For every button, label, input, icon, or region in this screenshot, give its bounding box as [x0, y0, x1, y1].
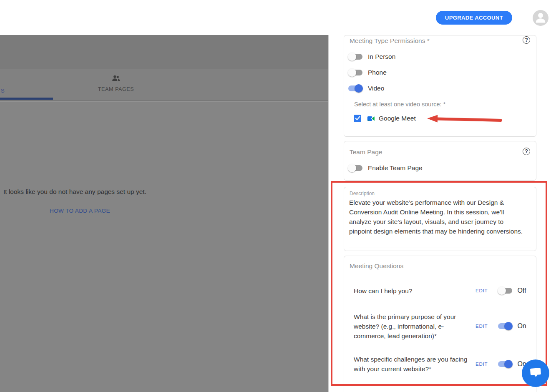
- question-state-label: On: [517, 322, 528, 330]
- description-field-value[interactable]: Elevate your website’s performance with …: [349, 198, 528, 236]
- question-row: What specific challenges are you facing …: [354, 355, 528, 373]
- upgrade-account-button[interactable]: UPGRADE ACCOUNT: [436, 11, 512, 25]
- toggle-thumb: [498, 286, 506, 295]
- account-avatar[interactable]: [533, 10, 548, 26]
- toggle-thumb: [348, 164, 356, 172]
- enable-team-page-label: Enable Team Page: [368, 164, 423, 172]
- dimmed-page-backdrop: S TEAM PAGES It looks like you do not ha…: [0, 35, 328, 392]
- description-card: Description Elevate your website’s perfo…: [344, 187, 536, 251]
- toggle-row-video: Video: [348, 84, 384, 93]
- chat-button[interactable]: [522, 359, 549, 387]
- team-page-title: Team Page: [350, 148, 382, 156]
- meeting-questions-card: Meeting Questions How can I help you? ED…: [344, 256, 536, 392]
- people-icon: [111, 75, 121, 83]
- description-field-label: Description: [350, 191, 375, 196]
- empty-state-message: It looks like you do not have any pages …: [3, 188, 162, 196]
- question-toggle[interactable]: [498, 360, 513, 368]
- in-person-label: In Person: [368, 53, 395, 60]
- google-meet-label: Google Meet: [379, 115, 416, 122]
- edit-question-button[interactable]: EDIT: [476, 362, 488, 367]
- meeting-type-permissions-title: Meeting Type Permissions *: [350, 37, 430, 45]
- chat-bubble-icon: [528, 366, 543, 381]
- in-person-toggle[interactable]: [348, 53, 363, 61]
- tab-team-pages[interactable]: TEAM PAGES: [83, 75, 149, 92]
- phone-label: Phone: [368, 69, 387, 76]
- app-header: UPGRADE ACCOUNT: [0, 0, 551, 35]
- google-meet-row: Google Meet: [354, 114, 416, 123]
- question-toggle[interactable]: [498, 322, 513, 330]
- enable-team-page-toggle[interactable]: [348, 164, 363, 172]
- tab-team-pages-label: TEAM PAGES: [83, 86, 149, 92]
- edit-question-button[interactable]: EDIT: [476, 288, 488, 293]
- question-label: What is the primary purpose of your webs…: [354, 312, 476, 341]
- toggle-row-phone: Phone: [348, 68, 387, 77]
- edit-question-button[interactable]: EDIT: [476, 324, 488, 329]
- settings-drawer: Meeting Type Permissions * ? In Person P…: [328, 35, 551, 392]
- toggle-thumb: [348, 53, 356, 61]
- page-header-band: [0, 35, 328, 69]
- user-icon: [533, 10, 548, 26]
- active-tab-indicator: [0, 98, 53, 100]
- meeting-questions-title: Meeting Questions: [350, 262, 403, 270]
- how-to-add-page-link[interactable]: HOW TO ADD A PAGE: [50, 208, 110, 214]
- select-video-source-note: Select at least one video source: *: [354, 101, 445, 108]
- help-icon[interactable]: ?: [523, 36, 530, 44]
- team-page-card: Team Page ? Enable Team Page: [344, 141, 536, 181]
- video-toggle[interactable]: [348, 84, 363, 93]
- question-label: How can I help you?: [354, 286, 476, 296]
- toggle-thumb: [355, 84, 363, 93]
- question-toggle[interactable]: [498, 286, 513, 295]
- google-meet-checkbox[interactable]: [354, 115, 361, 122]
- toggle-row-enable-team-page: Enable Team Page: [348, 163, 423, 173]
- video-label: Video: [368, 85, 384, 92]
- description-field-underline: [349, 247, 531, 247]
- question-row: How can I help you? EDIT Off: [354, 286, 528, 295]
- toggle-row-in-person: In Person: [348, 52, 395, 61]
- meeting-type-permissions-card: Meeting Type Permissions * ? In Person P…: [344, 35, 536, 137]
- google-meet-icon: [367, 115, 375, 123]
- tabs-bar: S TEAM PAGES: [0, 69, 328, 101]
- question-row: What is the primary purpose of your webs…: [354, 312, 528, 340]
- toggle-thumb: [504, 322, 513, 330]
- check-icon: [355, 115, 360, 122]
- question-row: Do you have any design preferences: [354, 387, 528, 392]
- question-state-label: Off: [517, 287, 528, 294]
- help-icon[interactable]: ?: [523, 148, 530, 155]
- tab-partial-active[interactable]: S: [1, 88, 5, 94]
- question-label: What specific challenges are you facing …: [354, 354, 476, 374]
- phone-toggle[interactable]: [348, 68, 363, 77]
- toggle-thumb: [504, 360, 513, 368]
- toggle-thumb: [348, 68, 356, 77]
- team-pages-content: It looks like you do not have any pages …: [0, 101, 328, 392]
